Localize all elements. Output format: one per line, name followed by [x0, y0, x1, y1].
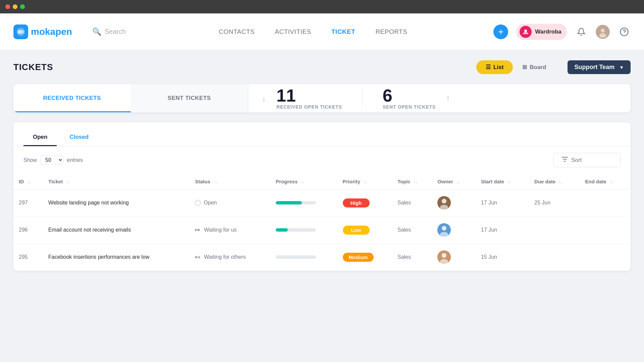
cell-progress: [270, 189, 337, 217]
col-end-date[interactable]: End date ↑↓: [580, 174, 631, 189]
stats-numbers: ↓ 11 RECEIVED OPEN TICKETS 6 SENT OPEN T…: [248, 84, 631, 112]
status-circle: [195, 200, 201, 206]
progress-bar-container: [276, 255, 316, 259]
cell-end-date: [580, 244, 631, 271]
table-controls: Show 50 25 100 entries Sort: [13, 146, 631, 174]
logo[interactable]: mokapen: [13, 24, 72, 39]
col-status[interactable]: Status ↑↓: [190, 174, 270, 189]
sort-arrows-owner: ↑↓: [457, 180, 460, 184]
closed-tab[interactable]: Closed: [60, 130, 98, 146]
open-tab[interactable]: Open: [23, 130, 57, 146]
notification-bell[interactable]: [575, 25, 588, 38]
table-tabs: Open Closed: [13, 122, 631, 146]
received-tickets-tab[interactable]: RECEIVED TICKETS: [13, 84, 131, 112]
team-label: Support Team: [574, 64, 614, 71]
team-selector[interactable]: Support Team ▼: [568, 60, 631, 74]
nav-ticket[interactable]: TICKET: [331, 28, 356, 36]
progress-bar-fill: [276, 228, 288, 232]
entries-label: entries: [67, 157, 83, 163]
status-waiting-us: ↦ Waiting for us: [195, 226, 265, 234]
list-icon: ☰: [486, 64, 491, 71]
table-row[interactable]: 297 Website landing page not working Ope…: [13, 189, 631, 217]
cell-topic: Sales: [392, 244, 432, 271]
nav-reports[interactable]: REPORTS: [375, 28, 407, 36]
sent-stat: 6 SENT OPEN TICKETS ↑: [383, 87, 450, 110]
filter-icon: [562, 157, 568, 164]
col-start-date[interactable]: Start date ↑↓: [476, 174, 529, 189]
sent-tickets-tab[interactable]: SENT TICKETS: [131, 84, 248, 112]
owner-avatar: [437, 196, 451, 209]
logo-icon: [13, 24, 28, 39]
sort-arrows-progress: ↑↓: [301, 180, 304, 184]
cell-ticket: Website landing page not working: [43, 189, 190, 217]
cell-ticket: Email account not receiving emails: [43, 217, 190, 244]
cell-topic: Sales: [392, 217, 432, 244]
received-stat: ↓ 11 RECEIVED OPEN TICKETS: [262, 87, 342, 110]
cell-status: Open: [190, 189, 270, 217]
titlebar: [0, 0, 644, 13]
cell-status: ↦ Waiting for us: [190, 217, 270, 244]
sort-arrows-topic: ↑↓: [414, 180, 417, 184]
owner-avatar: [437, 250, 451, 264]
cell-start-date: 17 Jun: [476, 189, 529, 217]
svg-point-5: [601, 28, 605, 33]
owner-avatar: [437, 223, 451, 237]
cell-end-date: [580, 217, 631, 244]
table-row[interactable]: 295 Facebook insertions performances are…: [13, 244, 631, 271]
cell-due-date: [529, 217, 580, 244]
cell-progress: [270, 217, 337, 244]
nav-activities[interactable]: ACTIVITIES: [275, 28, 311, 36]
col-ticket[interactable]: Ticket ↑↓: [43, 174, 190, 189]
sort-button[interactable]: Sort: [553, 153, 621, 167]
close-dot[interactable]: [5, 4, 10, 9]
download-icon: ↓: [262, 93, 266, 104]
col-id[interactable]: ID ↑↓: [13, 174, 43, 189]
col-owner[interactable]: Owner ↑↓: [432, 174, 476, 189]
cell-start-date: 17 Jun: [476, 217, 529, 244]
progress-bar-container: [276, 201, 316, 204]
sort-label: Sort: [571, 157, 582, 164]
cell-id: 295: [13, 244, 43, 271]
svg-point-19: [442, 253, 446, 258]
upload-icon: ↑: [446, 93, 450, 104]
priority-badge: Low: [343, 226, 370, 235]
search-icon: 🔍: [92, 27, 101, 36]
list-view-button[interactable]: ☰ List: [476, 60, 513, 74]
received-count: 11: [276, 87, 342, 104]
data-table: ID ↑↓ Ticket ↑↓ Status ↑↓ Progress ↑↓: [13, 174, 631, 271]
received-stat-content: 11 RECEIVED OPEN TICKETS: [276, 87, 342, 110]
search-area[interactable]: 🔍 Search: [92, 27, 126, 36]
cell-due-date: [529, 244, 580, 271]
page-title: TICKETS: [13, 62, 53, 72]
minimize-dot[interactable]: [13, 4, 17, 9]
sort-arrows-id: ↑↓: [27, 180, 31, 184]
cell-topic: Sales: [392, 189, 432, 217]
user-button[interactable]: Wardroba: [516, 24, 567, 40]
page-content: TICKETS ☰ List ⊞ Board Support Team ▼ RE…: [0, 50, 644, 362]
board-label: Board: [530, 64, 546, 71]
col-priority[interactable]: Priority ↑↓: [337, 174, 392, 189]
cell-ticket: Facebook insertions performances are low: [43, 244, 190, 271]
col-due-date[interactable]: Due date ↑↓: [529, 174, 580, 189]
navbar: mokapen 🔍 Search CONTACTS ACTIVITIES TIC…: [0, 13, 644, 50]
maximize-dot[interactable]: [20, 4, 25, 9]
cell-progress: [270, 244, 337, 271]
table-row[interactable]: 296 Email account not receiving emails ↦…: [13, 217, 631, 244]
board-icon: ⊞: [522, 64, 527, 71]
board-view-button[interactable]: ⊞ Board: [513, 60, 555, 74]
nav-contacts[interactable]: CONTACTS: [219, 28, 255, 36]
col-progress[interactable]: Progress ↑↓: [270, 174, 337, 189]
logo-text: mokapen: [31, 26, 72, 37]
search-placeholder[interactable]: Search: [105, 28, 126, 36]
help-icon[interactable]: [618, 25, 631, 38]
entries-select[interactable]: 50 25 100: [40, 155, 63, 165]
add-button[interactable]: +: [493, 24, 508, 39]
cell-end-date: [580, 189, 631, 217]
cell-owner: [432, 244, 476, 271]
status-waiting-others: ↤ Waiting for others: [195, 253, 265, 261]
view-toggle: ☰ List ⊞ Board: [476, 60, 555, 74]
sent-stat-content: 6 SENT OPEN TICKETS: [383, 87, 436, 110]
list-label: List: [493, 64, 503, 71]
status-open: Open: [195, 200, 265, 206]
col-topic[interactable]: Topic ↑↓: [392, 174, 432, 189]
